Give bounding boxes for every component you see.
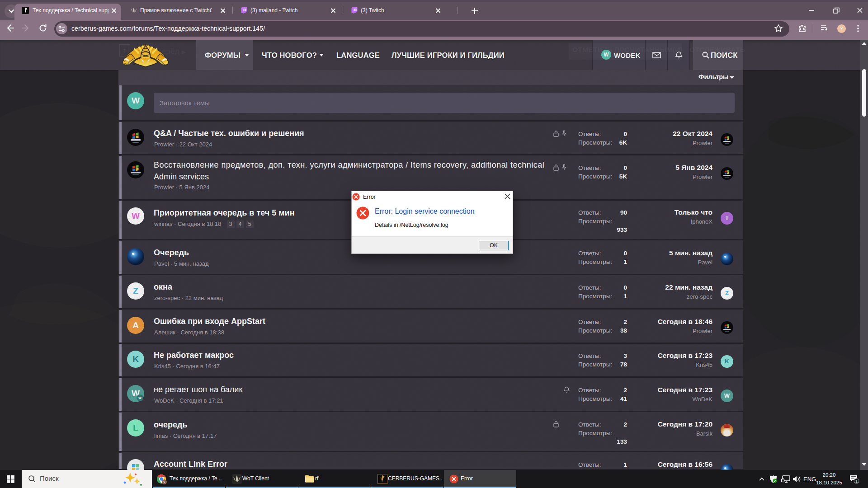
svg-text:1: 1 bbox=[855, 479, 858, 483]
